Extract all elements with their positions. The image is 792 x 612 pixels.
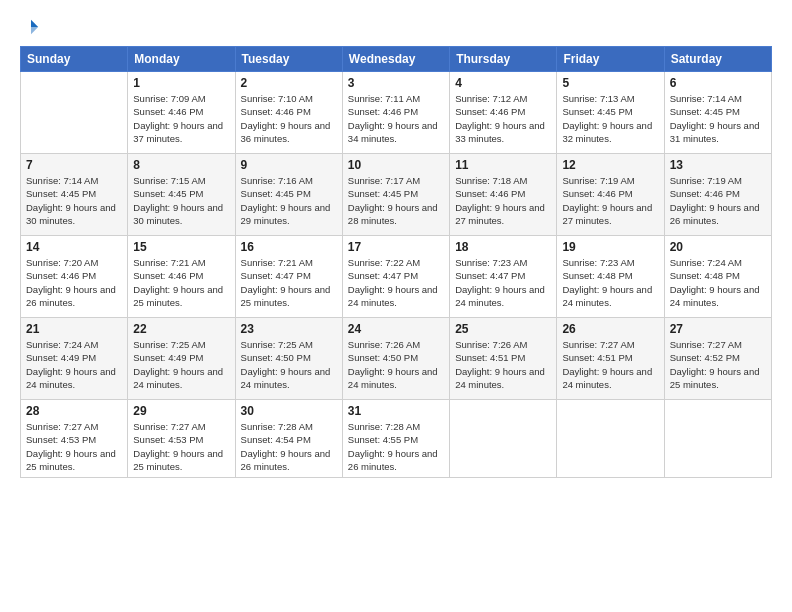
calendar-cell: 1Sunrise: 7:09 AMSunset: 4:46 PMDaylight… xyxy=(128,72,235,154)
calendar-cell: 2Sunrise: 7:10 AMSunset: 4:46 PMDaylight… xyxy=(235,72,342,154)
header xyxy=(20,18,772,36)
day-number: 10 xyxy=(348,158,444,172)
day-number: 20 xyxy=(670,240,766,254)
day-number: 30 xyxy=(241,404,337,418)
calendar-cell: 9Sunrise: 7:16 AMSunset: 4:45 PMDaylight… xyxy=(235,154,342,236)
calendar-cell: 14Sunrise: 7:20 AMSunset: 4:46 PMDayligh… xyxy=(21,236,128,318)
weekday-header-sunday: Sunday xyxy=(21,47,128,72)
page: SundayMondayTuesdayWednesdayThursdayFrid… xyxy=(0,0,792,612)
calendar-cell: 23Sunrise: 7:25 AMSunset: 4:50 PMDayligh… xyxy=(235,318,342,400)
day-number: 8 xyxy=(133,158,229,172)
day-number: 13 xyxy=(670,158,766,172)
logo-flag-icon xyxy=(22,18,40,36)
day-info: Sunrise: 7:21 AMSunset: 4:46 PMDaylight:… xyxy=(133,256,229,309)
day-number: 28 xyxy=(26,404,122,418)
day-number: 6 xyxy=(670,76,766,90)
day-number: 22 xyxy=(133,322,229,336)
calendar-cell xyxy=(450,400,557,478)
day-info: Sunrise: 7:18 AMSunset: 4:46 PMDaylight:… xyxy=(455,174,551,227)
logo-text xyxy=(20,18,40,36)
day-number: 3 xyxy=(348,76,444,90)
calendar-cell: 7Sunrise: 7:14 AMSunset: 4:45 PMDaylight… xyxy=(21,154,128,236)
calendar-cell: 13Sunrise: 7:19 AMSunset: 4:46 PMDayligh… xyxy=(664,154,771,236)
day-info: Sunrise: 7:28 AMSunset: 4:54 PMDaylight:… xyxy=(241,420,337,473)
calendar-cell: 21Sunrise: 7:24 AMSunset: 4:49 PMDayligh… xyxy=(21,318,128,400)
day-info: Sunrise: 7:16 AMSunset: 4:45 PMDaylight:… xyxy=(241,174,337,227)
calendar-cell xyxy=(21,72,128,154)
day-info: Sunrise: 7:26 AMSunset: 4:51 PMDaylight:… xyxy=(455,338,551,391)
day-number: 18 xyxy=(455,240,551,254)
day-number: 25 xyxy=(455,322,551,336)
day-number: 11 xyxy=(455,158,551,172)
calendar-cell: 26Sunrise: 7:27 AMSunset: 4:51 PMDayligh… xyxy=(557,318,664,400)
calendar-week-5: 28Sunrise: 7:27 AMSunset: 4:53 PMDayligh… xyxy=(21,400,772,478)
calendar-cell: 3Sunrise: 7:11 AMSunset: 4:46 PMDaylight… xyxy=(342,72,449,154)
day-info: Sunrise: 7:20 AMSunset: 4:46 PMDaylight:… xyxy=(26,256,122,309)
day-number: 31 xyxy=(348,404,444,418)
day-info: Sunrise: 7:27 AMSunset: 4:51 PMDaylight:… xyxy=(562,338,658,391)
day-number: 16 xyxy=(241,240,337,254)
calendar-cell: 20Sunrise: 7:24 AMSunset: 4:48 PMDayligh… xyxy=(664,236,771,318)
day-info: Sunrise: 7:21 AMSunset: 4:47 PMDaylight:… xyxy=(241,256,337,309)
weekday-header-saturday: Saturday xyxy=(664,47,771,72)
day-number: 4 xyxy=(455,76,551,90)
day-info: Sunrise: 7:27 AMSunset: 4:53 PMDaylight:… xyxy=(133,420,229,473)
weekday-header-row: SundayMondayTuesdayWednesdayThursdayFrid… xyxy=(21,47,772,72)
day-info: Sunrise: 7:22 AMSunset: 4:47 PMDaylight:… xyxy=(348,256,444,309)
calendar-cell: 24Sunrise: 7:26 AMSunset: 4:50 PMDayligh… xyxy=(342,318,449,400)
calendar-cell xyxy=(664,400,771,478)
day-info: Sunrise: 7:14 AMSunset: 4:45 PMDaylight:… xyxy=(670,92,766,145)
calendar-cell: 28Sunrise: 7:27 AMSunset: 4:53 PMDayligh… xyxy=(21,400,128,478)
calendar-cell: 17Sunrise: 7:22 AMSunset: 4:47 PMDayligh… xyxy=(342,236,449,318)
day-info: Sunrise: 7:25 AMSunset: 4:50 PMDaylight:… xyxy=(241,338,337,391)
day-number: 12 xyxy=(562,158,658,172)
calendar-week-1: 1Sunrise: 7:09 AMSunset: 4:46 PMDaylight… xyxy=(21,72,772,154)
calendar-cell: 25Sunrise: 7:26 AMSunset: 4:51 PMDayligh… xyxy=(450,318,557,400)
day-info: Sunrise: 7:23 AMSunset: 4:48 PMDaylight:… xyxy=(562,256,658,309)
calendar-cell: 15Sunrise: 7:21 AMSunset: 4:46 PMDayligh… xyxy=(128,236,235,318)
svg-marker-1 xyxy=(31,27,38,34)
day-number: 26 xyxy=(562,322,658,336)
calendar-cell: 22Sunrise: 7:25 AMSunset: 4:49 PMDayligh… xyxy=(128,318,235,400)
day-number: 5 xyxy=(562,76,658,90)
day-info: Sunrise: 7:24 AMSunset: 4:49 PMDaylight:… xyxy=(26,338,122,391)
day-number: 9 xyxy=(241,158,337,172)
day-info: Sunrise: 7:17 AMSunset: 4:45 PMDaylight:… xyxy=(348,174,444,227)
day-number: 17 xyxy=(348,240,444,254)
calendar-cell: 11Sunrise: 7:18 AMSunset: 4:46 PMDayligh… xyxy=(450,154,557,236)
day-info: Sunrise: 7:27 AMSunset: 4:52 PMDaylight:… xyxy=(670,338,766,391)
day-info: Sunrise: 7:28 AMSunset: 4:55 PMDaylight:… xyxy=(348,420,444,473)
day-number: 24 xyxy=(348,322,444,336)
day-info: Sunrise: 7:13 AMSunset: 4:45 PMDaylight:… xyxy=(562,92,658,145)
day-number: 29 xyxy=(133,404,229,418)
day-info: Sunrise: 7:09 AMSunset: 4:46 PMDaylight:… xyxy=(133,92,229,145)
calendar-cell: 31Sunrise: 7:28 AMSunset: 4:55 PMDayligh… xyxy=(342,400,449,478)
day-info: Sunrise: 7:24 AMSunset: 4:48 PMDaylight:… xyxy=(670,256,766,309)
day-number: 15 xyxy=(133,240,229,254)
day-number: 23 xyxy=(241,322,337,336)
day-info: Sunrise: 7:19 AMSunset: 4:46 PMDaylight:… xyxy=(562,174,658,227)
day-number: 19 xyxy=(562,240,658,254)
calendar-cell: 27Sunrise: 7:27 AMSunset: 4:52 PMDayligh… xyxy=(664,318,771,400)
weekday-header-friday: Friday xyxy=(557,47,664,72)
day-info: Sunrise: 7:14 AMSunset: 4:45 PMDaylight:… xyxy=(26,174,122,227)
calendar-cell: 29Sunrise: 7:27 AMSunset: 4:53 PMDayligh… xyxy=(128,400,235,478)
day-info: Sunrise: 7:23 AMSunset: 4:47 PMDaylight:… xyxy=(455,256,551,309)
calendar-cell: 19Sunrise: 7:23 AMSunset: 4:48 PMDayligh… xyxy=(557,236,664,318)
calendar-cell: 12Sunrise: 7:19 AMSunset: 4:46 PMDayligh… xyxy=(557,154,664,236)
calendar-cell: 10Sunrise: 7:17 AMSunset: 4:45 PMDayligh… xyxy=(342,154,449,236)
calendar-week-4: 21Sunrise: 7:24 AMSunset: 4:49 PMDayligh… xyxy=(21,318,772,400)
calendar-table: SundayMondayTuesdayWednesdayThursdayFrid… xyxy=(20,46,772,478)
calendar-cell: 30Sunrise: 7:28 AMSunset: 4:54 PMDayligh… xyxy=(235,400,342,478)
day-info: Sunrise: 7:27 AMSunset: 4:53 PMDaylight:… xyxy=(26,420,122,473)
weekday-header-wednesday: Wednesday xyxy=(342,47,449,72)
day-info: Sunrise: 7:12 AMSunset: 4:46 PMDaylight:… xyxy=(455,92,551,145)
calendar-week-2: 7Sunrise: 7:14 AMSunset: 4:45 PMDaylight… xyxy=(21,154,772,236)
weekday-header-monday: Monday xyxy=(128,47,235,72)
calendar-cell: 8Sunrise: 7:15 AMSunset: 4:45 PMDaylight… xyxy=(128,154,235,236)
svg-marker-0 xyxy=(31,20,38,27)
logo xyxy=(20,18,40,36)
day-number: 21 xyxy=(26,322,122,336)
day-number: 14 xyxy=(26,240,122,254)
day-info: Sunrise: 7:19 AMSunset: 4:46 PMDaylight:… xyxy=(670,174,766,227)
